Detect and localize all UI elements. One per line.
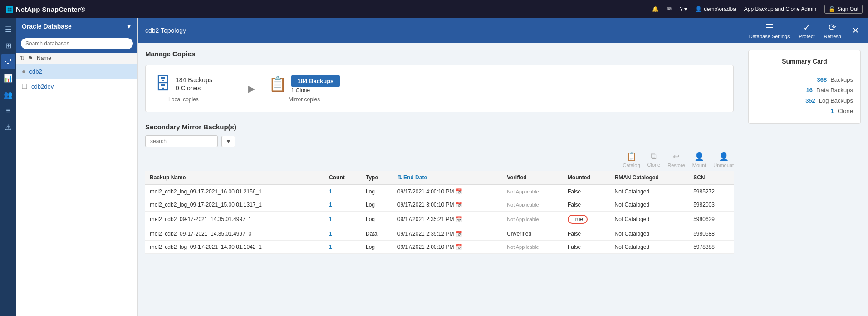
- protect-icon: ✓: [803, 22, 811, 33]
- type-cell: Log: [361, 198, 393, 212]
- scn-cell: 5980629: [689, 212, 734, 227]
- summary-label: Backups: [830, 76, 853, 83]
- end-date-cell: 09/17/2021 2:35:21 PM 📅: [393, 212, 502, 227]
- catalog-icon: 📋: [627, 152, 637, 162]
- filter-button[interactable]: ▼: [221, 136, 235, 147]
- sidebar-icon-menu[interactable]: ☰: [1, 22, 15, 36]
- catalog-label: Catalog: [623, 163, 640, 168]
- table-row[interactable]: rhel2_cdb2_09-17-2021_14.35.01.4997_1 1 …: [145, 212, 734, 227]
- scn-cell: 5982003: [689, 198, 734, 212]
- db-icon-cdb2: ●: [22, 68, 25, 75]
- rman-cell: Not Cataloged: [610, 185, 689, 198]
- arrow-to-mirror: - - - - ▶: [226, 83, 255, 94]
- true-badge: True: [568, 215, 588, 224]
- sign-out-button[interactable]: 🔓 Sign Out: [824, 5, 863, 14]
- main-toolbar: ☰ Database Settings ✓ Protect ⟳ Refresh …: [749, 22, 861, 39]
- sidebar-icon-chart[interactable]: 📊: [1, 71, 15, 85]
- table-row[interactable]: rhel2_cdb2_09-17-2021_14.35.01.4997_0 1 …: [145, 227, 734, 241]
- secondary-mirror-title: Secondary Mirror Backup(s): [145, 123, 734, 131]
- top-nav: ▦ NetApp SnapCenter® 🔔 ✉ ? ▾ 👤 demo\orad…: [0, 0, 868, 18]
- backup-search-input[interactable]: [145, 135, 218, 147]
- app-logo: ▦ NetApp SnapCenter®: [5, 4, 85, 14]
- type-cell: Data: [361, 227, 393, 241]
- count-cell: 1: [324, 227, 361, 241]
- notifications-icon[interactable]: 🔔: [652, 6, 659, 12]
- unmount-label: Unmount: [713, 163, 734, 168]
- summary-card: Summary Card 368Backups16Data Backups352…: [748, 50, 861, 124]
- sidebar-search-container: [16, 35, 137, 53]
- mounted-cell: False: [563, 241, 610, 254]
- unmount-button[interactable]: 👤 Unmount: [713, 152, 734, 168]
- summary-count: 352: [805, 97, 815, 104]
- local-clones-count: 0 Clones: [176, 84, 212, 92]
- mirror-copies-label: Mirror copies: [289, 96, 320, 103]
- table-row[interactable]: rhel2_cdb2_log_09-17-2021_14.00.01.1042_…: [145, 241, 734, 254]
- backup-name-cell: rhel2_cdb2_09-17-2021_14.35.01.4997_0: [145, 227, 324, 241]
- content-area: Manage Copies 🗄 184 Backups 0 Clones Loc…: [138, 43, 868, 316]
- database-settings-label: Database Settings: [749, 34, 790, 39]
- flag-icon: ⚑: [28, 55, 33, 61]
- rman-cell: Not Cataloged: [610, 212, 689, 227]
- clone-label: Clone: [647, 162, 661, 168]
- sidebar-item-label-cdb2: cdb2: [29, 68, 42, 75]
- rman-cell: Not Cataloged: [610, 241, 689, 254]
- sidebar-item-label-cdb2dev: cdb2dev: [31, 83, 54, 90]
- main-header: cdb2 Topology ☰ Database Settings ✓ Prot…: [138, 18, 868, 43]
- refresh-label: Refresh: [824, 34, 841, 39]
- database-settings-button[interactable]: ☰ Database Settings: [749, 22, 790, 39]
- clone-button[interactable]: ⧉ Clone: [647, 152, 661, 168]
- unmount-icon: 👤: [719, 152, 729, 162]
- mounted-cell: True: [563, 212, 610, 227]
- sidebar-icon-shield[interactable]: 🛡: [1, 54, 15, 69]
- sidebar-icon-list[interactable]: ≡: [1, 104, 15, 118]
- summary-label: Log Backups: [819, 97, 853, 104]
- verified-cell: Unverified: [502, 227, 563, 241]
- protect-button[interactable]: ✓ Protect: [799, 22, 815, 39]
- sidebar-icon-users[interactable]: 👥: [1, 87, 15, 102]
- count-cell: 1: [324, 185, 361, 198]
- help-icon[interactable]: ? ▾: [680, 6, 687, 12]
- action-bar: 📋 Catalog ⧉ Clone ↩ Restore 👤: [145, 152, 734, 168]
- mount-label: Mount: [692, 163, 706, 168]
- col-end-date[interactable]: ⇅ End Date: [393, 171, 502, 185]
- scn-cell: 5985272: [689, 185, 734, 198]
- table-row[interactable]: rhel2_cdb2_log_09-17-2021_16.00.01.2156_…: [145, 185, 734, 198]
- rman-cell: Not Cataloged: [610, 198, 689, 212]
- restore-icon: ↩: [673, 152, 680, 162]
- close-button[interactable]: ✕: [850, 25, 861, 35]
- verified-cell: Not Applicable: [502, 185, 563, 198]
- count-cell: 1: [324, 198, 361, 212]
- catalog-button[interactable]: 📋 Catalog: [623, 152, 640, 168]
- secondary-mirror-section: Secondary Mirror Backup(s) ▼ 📋 Catalog ⧉…: [145, 123, 734, 254]
- restore-button[interactable]: ↩ Restore: [667, 152, 685, 168]
- local-copies-label: Local copies: [168, 96, 199, 103]
- database-settings-icon: ☰: [765, 22, 774, 33]
- sidebar-icon-warning[interactable]: ⚠: [1, 120, 15, 134]
- refresh-button[interactable]: ⟳ Refresh: [824, 22, 841, 39]
- content-left: Manage Copies 🗄 184 Backups 0 Clones Loc…: [138, 43, 741, 316]
- sidebar-title: Oracle Database: [22, 23, 72, 30]
- mount-button[interactable]: 👤 Mount: [692, 152, 706, 168]
- count-cell: 1: [324, 212, 361, 227]
- backup-name-cell: rhel2_cdb2_log_09-17-2021_15.00.01.1317_…: [145, 198, 324, 212]
- sidebar-header: Oracle Database ▼: [16, 18, 137, 35]
- col-scn: SCN: [689, 171, 734, 185]
- sidebar-icon-grid[interactable]: ⊞: [1, 38, 15, 53]
- col-rman: RMAN Cataloged: [610, 171, 689, 185]
- db-icon-cdb2dev: ❑: [22, 83, 28, 90]
- clone-icon: ⧉: [651, 152, 657, 161]
- rman-cell: Not Cataloged: [610, 227, 689, 241]
- user-account[interactable]: 👤 demo\oradba: [695, 6, 736, 12]
- search-databases-input[interactable]: [21, 38, 133, 49]
- table-row[interactable]: rhel2_cdb2_log_09-17-2021_15.00.01.1317_…: [145, 198, 734, 212]
- end-date-cell: 09/17/2021 2:35:12 PM 📅: [393, 227, 502, 241]
- mail-icon[interactable]: ✉: [667, 6, 672, 12]
- summary-count: 368: [817, 76, 827, 83]
- mirror-backups-button[interactable]: 184 Backups: [291, 75, 340, 87]
- summary-item: 16Data Backups: [756, 85, 853, 95]
- mounted-cell: False: [563, 185, 610, 198]
- sidebar-collapse-icon[interactable]: ▼: [126, 23, 132, 30]
- end-date-cell: 09/17/2021 2:00:10 PM 📅: [393, 241, 502, 254]
- sidebar-item-cdb2dev[interactable]: ❑ cdb2dev: [16, 79, 137, 94]
- sidebar-item-cdb2[interactable]: ● cdb2: [16, 64, 137, 79]
